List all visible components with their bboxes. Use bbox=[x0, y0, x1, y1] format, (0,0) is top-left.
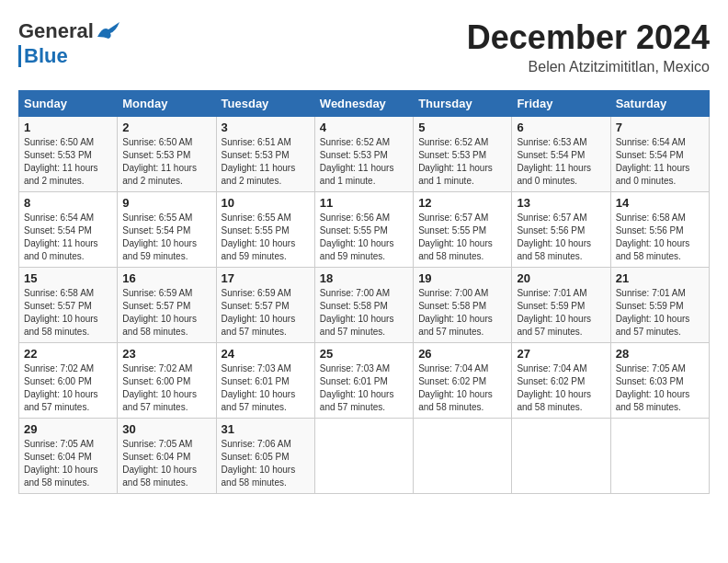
calendar-week-row: 29Sunrise: 7:05 AM Sunset: 6:04 PM Dayli… bbox=[19, 419, 710, 494]
calendar-cell: 28Sunrise: 7:05 AM Sunset: 6:03 PM Dayli… bbox=[610, 343, 709, 419]
day-number: 4 bbox=[320, 121, 408, 134]
day-detail: Sunrise: 6:58 AM Sunset: 5:57 PM Dayligh… bbox=[24, 287, 112, 339]
day-detail: Sunrise: 6:51 AM Sunset: 5:53 PM Dayligh… bbox=[222, 136, 310, 188]
calendar-cell: 10Sunrise: 6:55 AM Sunset: 5:55 PM Dayli… bbox=[216, 192, 314, 268]
col-tuesday: Tuesday bbox=[216, 91, 314, 117]
calendar-week-row: 8Sunrise: 6:54 AM Sunset: 5:54 PM Daylig… bbox=[19, 192, 710, 268]
day-number: 1 bbox=[24, 121, 112, 134]
calendar-week-row: 15Sunrise: 6:58 AM Sunset: 5:57 PM Dayli… bbox=[19, 268, 710, 343]
day-detail: Sunrise: 6:57 AM Sunset: 5:56 PM Dayligh… bbox=[517, 212, 605, 263]
calendar-cell: 29Sunrise: 7:05 AM Sunset: 6:04 PM Dayli… bbox=[19, 419, 118, 494]
day-number: 21 bbox=[616, 271, 704, 285]
day-number: 11 bbox=[320, 196, 408, 210]
col-thursday: Thursday bbox=[414, 91, 512, 117]
day-detail: Sunrise: 6:50 AM Sunset: 5:53 PM Dayligh… bbox=[24, 136, 112, 188]
logo-general: General bbox=[18, 19, 94, 43]
calendar-cell: 27Sunrise: 7:04 AM Sunset: 6:02 PM Dayli… bbox=[512, 343, 610, 419]
day-number: 7 bbox=[616, 121, 704, 134]
day-number: 18 bbox=[320, 271, 408, 285]
calendar-cell bbox=[414, 419, 512, 494]
day-detail: Sunrise: 6:59 AM Sunset: 5:57 PM Dayligh… bbox=[122, 287, 210, 339]
day-number: 13 bbox=[517, 196, 605, 210]
day-detail: Sunrise: 7:04 AM Sunset: 6:02 PM Dayligh… bbox=[418, 362, 506, 414]
day-detail: Sunrise: 6:50 AM Sunset: 5:53 PM Dayligh… bbox=[122, 136, 210, 188]
day-number: 8 bbox=[24, 196, 112, 210]
day-number: 25 bbox=[320, 347, 408, 361]
day-detail: Sunrise: 7:06 AM Sunset: 6:05 PM Dayligh… bbox=[222, 438, 310, 489]
calendar-cell: 12Sunrise: 6:57 AM Sunset: 5:55 PM Dayli… bbox=[414, 192, 512, 268]
day-detail: Sunrise: 6:57 AM Sunset: 5:55 PM Dayligh… bbox=[418, 212, 506, 263]
calendar-cell bbox=[512, 419, 610, 494]
day-number: 31 bbox=[222, 422, 310, 436]
day-number: 3 bbox=[222, 121, 310, 134]
day-number: 30 bbox=[122, 422, 210, 436]
calendar-cell: 8Sunrise: 6:54 AM Sunset: 5:54 PM Daylig… bbox=[19, 192, 118, 268]
day-number: 24 bbox=[222, 347, 310, 361]
calendar-header-row: Sunday Monday Tuesday Wednesday Thursday… bbox=[19, 91, 710, 117]
day-number: 14 bbox=[616, 196, 704, 210]
calendar-cell: 1Sunrise: 6:50 AM Sunset: 5:53 PM Daylig… bbox=[19, 117, 118, 192]
page-header: GeneralBlue December 2024 Belen Atzitzim… bbox=[18, 18, 710, 75]
day-detail: Sunrise: 7:05 AM Sunset: 6:03 PM Dayligh… bbox=[616, 362, 704, 414]
calendar-cell: 2Sunrise: 6:50 AM Sunset: 5:53 PM Daylig… bbox=[118, 117, 216, 192]
calendar-cell: 25Sunrise: 7:03 AM Sunset: 6:01 PM Dayli… bbox=[314, 343, 413, 419]
calendar-cell: 5Sunrise: 6:52 AM Sunset: 5:53 PM Daylig… bbox=[414, 117, 512, 192]
logo-bird-icon bbox=[94, 18, 123, 44]
logo-bar bbox=[18, 45, 21, 67]
calendar-cell: 14Sunrise: 6:58 AM Sunset: 5:56 PM Dayli… bbox=[610, 192, 709, 268]
day-number: 29 bbox=[24, 422, 112, 436]
calendar-week-row: 22Sunrise: 7:02 AM Sunset: 6:00 PM Dayli… bbox=[19, 343, 710, 419]
calendar-cell: 26Sunrise: 7:04 AM Sunset: 6:02 PM Dayli… bbox=[414, 343, 512, 419]
day-detail: Sunrise: 6:55 AM Sunset: 5:54 PM Dayligh… bbox=[122, 212, 210, 263]
day-detail: Sunrise: 7:05 AM Sunset: 6:04 PM Dayligh… bbox=[24, 438, 112, 489]
title-block: December 2024 Belen Atzitzimititlan, Mex… bbox=[467, 18, 710, 75]
col-saturday: Saturday bbox=[610, 91, 709, 117]
day-detail: Sunrise: 7:00 AM Sunset: 5:58 PM Dayligh… bbox=[418, 287, 506, 339]
calendar-cell: 13Sunrise: 6:57 AM Sunset: 5:56 PM Dayli… bbox=[512, 192, 610, 268]
calendar-table: Sunday Monday Tuesday Wednesday Thursday… bbox=[18, 90, 710, 494]
day-number: 23 bbox=[122, 347, 210, 361]
calendar-cell bbox=[314, 419, 413, 494]
day-detail: Sunrise: 7:00 AM Sunset: 5:58 PM Dayligh… bbox=[320, 287, 408, 339]
calendar-cell: 23Sunrise: 7:02 AM Sunset: 6:00 PM Dayli… bbox=[118, 343, 216, 419]
col-wednesday: Wednesday bbox=[314, 91, 413, 117]
day-number: 17 bbox=[222, 271, 310, 285]
calendar-cell: 3Sunrise: 6:51 AM Sunset: 5:53 PM Daylig… bbox=[216, 117, 314, 192]
day-detail: Sunrise: 7:05 AM Sunset: 6:04 PM Dayligh… bbox=[122, 438, 210, 489]
month-title: December 2024 bbox=[467, 18, 710, 57]
day-detail: Sunrise: 6:54 AM Sunset: 5:54 PM Dayligh… bbox=[616, 136, 704, 188]
day-detail: Sunrise: 7:02 AM Sunset: 6:00 PM Dayligh… bbox=[122, 362, 210, 414]
calendar-cell: 11Sunrise: 6:56 AM Sunset: 5:55 PM Dayli… bbox=[314, 192, 413, 268]
day-number: 15 bbox=[24, 271, 112, 285]
calendar-cell: 20Sunrise: 7:01 AM Sunset: 5:59 PM Dayli… bbox=[512, 268, 610, 343]
day-detail: Sunrise: 6:52 AM Sunset: 5:53 PM Dayligh… bbox=[418, 136, 506, 188]
day-detail: Sunrise: 6:53 AM Sunset: 5:54 PM Dayligh… bbox=[517, 136, 605, 188]
day-number: 10 bbox=[222, 196, 310, 210]
day-detail: Sunrise: 7:01 AM Sunset: 5:59 PM Dayligh… bbox=[517, 287, 605, 339]
calendar-cell: 30Sunrise: 7:05 AM Sunset: 6:04 PM Dayli… bbox=[118, 419, 216, 494]
calendar-cell: 31Sunrise: 7:06 AM Sunset: 6:05 PM Dayli… bbox=[216, 419, 314, 494]
day-number: 5 bbox=[418, 121, 506, 134]
calendar-cell: 24Sunrise: 7:03 AM Sunset: 6:01 PM Dayli… bbox=[216, 343, 314, 419]
day-detail: Sunrise: 6:58 AM Sunset: 5:56 PM Dayligh… bbox=[616, 212, 704, 263]
day-detail: Sunrise: 6:55 AM Sunset: 5:55 PM Dayligh… bbox=[222, 212, 310, 263]
calendar-cell: 17Sunrise: 6:59 AM Sunset: 5:57 PM Dayli… bbox=[216, 268, 314, 343]
calendar-cell: 16Sunrise: 6:59 AM Sunset: 5:57 PM Dayli… bbox=[118, 268, 216, 343]
day-detail: Sunrise: 6:59 AM Sunset: 5:57 PM Dayligh… bbox=[222, 287, 310, 339]
location: Belen Atzitzimititlan, Mexico bbox=[467, 59, 710, 75]
calendar-cell: 9Sunrise: 6:55 AM Sunset: 5:54 PM Daylig… bbox=[118, 192, 216, 268]
day-number: 26 bbox=[418, 347, 506, 361]
day-detail: Sunrise: 6:56 AM Sunset: 5:55 PM Dayligh… bbox=[320, 212, 408, 263]
calendar-cell: 18Sunrise: 7:00 AM Sunset: 5:58 PM Dayli… bbox=[314, 268, 413, 343]
calendar-cell: 15Sunrise: 6:58 AM Sunset: 5:57 PM Dayli… bbox=[19, 268, 118, 343]
day-detail: Sunrise: 7:03 AM Sunset: 6:01 PM Dayligh… bbox=[222, 362, 310, 414]
day-number: 12 bbox=[418, 196, 506, 210]
col-monday: Monday bbox=[118, 91, 216, 117]
day-number: 22 bbox=[24, 347, 112, 361]
day-number: 28 bbox=[616, 347, 704, 361]
logo: GeneralBlue bbox=[18, 18, 123, 68]
calendar-cell bbox=[610, 419, 709, 494]
col-friday: Friday bbox=[512, 91, 610, 117]
day-detail: Sunrise: 7:03 AM Sunset: 6:01 PM Dayligh… bbox=[320, 362, 408, 414]
calendar-cell: 22Sunrise: 7:02 AM Sunset: 6:00 PM Dayli… bbox=[19, 343, 118, 419]
